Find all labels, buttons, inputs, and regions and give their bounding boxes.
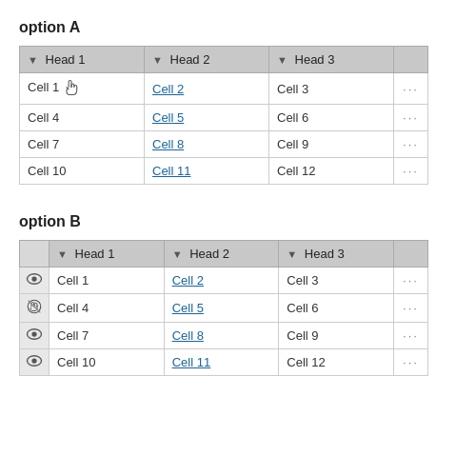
- cell-link[interactable]: Cell 5: [152, 110, 184, 125]
- actions-menu[interactable]: ···: [394, 323, 428, 349]
- option-b-cell-col3: Cell 12: [279, 349, 394, 376]
- option-a-head3[interactable]: ▼ Head 3: [269, 47, 394, 73]
- actions-menu[interactable]: ···: [394, 131, 428, 158]
- option-b-cell-col3: Cell 9: [279, 323, 394, 349]
- option-a-cell-col3: Cell 3: [269, 73, 394, 105]
- sort-arrow-1: ▼: [28, 54, 38, 66]
- svg-point-6: [31, 331, 36, 336]
- option-a-cell-col1: Cell 7: [20, 131, 145, 158]
- option-b-cell-col1: Cell 7: [50, 323, 165, 349]
- option-a-cell-col2[interactable]: Cell 2: [145, 73, 269, 105]
- option-b-section: option B ▼ Head 1 ▼ Head 2 ▼ Head 3: [19, 213, 457, 376]
- option-a-cell-col1: Cell 4: [20, 105, 145, 131]
- cell-link[interactable]: Cell 8: [152, 137, 184, 151]
- option-a-header-row: ▼ Head 1 ▼ Head 2 ▼ Head 3: [20, 47, 428, 73]
- table-row: Cell 10Cell 11Cell 12···: [20, 349, 428, 376]
- option-a-cell-col1: Cell 10: [20, 158, 145, 185]
- table-row: Cell 4Cell 5Cell 6···: [20, 105, 428, 131]
- cell-link[interactable]: Cell 2: [152, 82, 184, 96]
- cell-link[interactable]: Cell 11: [152, 164, 190, 178]
- eye-icon-cell[interactable]: [20, 349, 50, 376]
- option-a-table: ▼ Head 1 ▼ Head 2 ▼ Head 3 Cell 1 Cell 2…: [19, 46, 428, 185]
- option-a-cell-col2[interactable]: Cell 11: [145, 158, 269, 185]
- option-b-cell-col2[interactable]: Cell 8: [164, 323, 279, 349]
- option-b-cell-col2[interactable]: Cell 2: [164, 268, 279, 294]
- eye-icon-cell[interactable]: [20, 268, 50, 294]
- option-a-head1[interactable]: ▼ Head 1: [20, 47, 145, 73]
- sort-arrow-b3: ▼: [287, 248, 297, 260]
- option-a-head-actions: [394, 47, 428, 73]
- option-a-cell-col3: Cell 12: [269, 158, 394, 185]
- sort-arrow-b1: ▼: [57, 248, 68, 260]
- option-b-cell-col2[interactable]: Cell 5: [164, 294, 279, 323]
- actions-menu[interactable]: ···: [394, 349, 428, 376]
- hand-strike-icon: [26, 298, 43, 315]
- option-b-cell-col1: Cell 4: [50, 294, 165, 323]
- option-b-cell-col2[interactable]: Cell 11: [164, 349, 279, 376]
- option-b-cell-col1: Cell 1: [50, 268, 165, 294]
- option-a-cell-col2[interactable]: Cell 5: [145, 105, 269, 131]
- option-a-title: option A: [19, 19, 457, 36]
- option-a-cell-col1: Cell 1: [20, 73, 145, 105]
- option-a-cell-col3: Cell 9: [269, 131, 394, 158]
- cell-link[interactable]: Cell 11: [172, 355, 210, 369]
- option-b-head3[interactable]: ▼ Head 3: [279, 241, 394, 268]
- actions-menu[interactable]: ···: [394, 73, 428, 105]
- actions-menu[interactable]: ···: [394, 158, 428, 185]
- svg-point-2: [31, 276, 36, 281]
- option-b-title: option B: [19, 213, 457, 230]
- table-row: Cell 1 Cell 2Cell 3···: [20, 73, 428, 105]
- option-b-cell-col3: Cell 6: [279, 294, 394, 323]
- actions-menu[interactable]: ···: [394, 294, 428, 323]
- table-row: Cell 10Cell 11Cell 12···: [20, 158, 428, 185]
- option-b-table: ▼ Head 1 ▼ Head 2 ▼ Head 3 Cell 1Cell 2C…: [19, 240, 428, 376]
- option-b-icon-col-head: [20, 241, 50, 268]
- option-b-cell-col1: Cell 10: [50, 349, 165, 376]
- option-b-head1[interactable]: ▼ Head 1: [50, 241, 165, 268]
- table-row: Cell 1Cell 2Cell 3···: [20, 268, 428, 294]
- option-b-head-actions: [394, 241, 428, 268]
- eye-icon: [26, 272, 43, 286]
- cell-link[interactable]: Cell 8: [172, 328, 204, 343]
- actions-menu[interactable]: ···: [394, 105, 428, 131]
- table-row: Cell 7Cell 8Cell 9···: [20, 131, 428, 158]
- option-a-cell-col3: Cell 6: [269, 105, 394, 131]
- sort-arrow-2: ▼: [152, 54, 163, 66]
- cell-text: Cell 1: [28, 80, 59, 94]
- eye-icon-cell[interactable]: [20, 294, 50, 323]
- cell-link[interactable]: Cell 2: [172, 273, 204, 288]
- option-b-head2[interactable]: ▼ Head 2: [164, 241, 279, 268]
- option-a-head2[interactable]: ▼ Head 2: [145, 47, 269, 73]
- sort-arrow-3: ▼: [277, 54, 288, 66]
- eye-icon: [26, 354, 43, 367]
- option-b-header-row: ▼ Head 1 ▼ Head 2 ▼ Head 3: [20, 241, 428, 268]
- option-a-section: option A ▼ Head 1 ▼ Head 2 ▼ Head 3 Cell: [19, 19, 457, 185]
- sort-arrow-b2: ▼: [172, 248, 183, 260]
- svg-point-8: [31, 358, 36, 363]
- table-row: Cell 4Cell 5Cell 6···: [20, 294, 428, 323]
- eye-icon-cell[interactable]: [20, 323, 50, 349]
- option-a-cell-col2[interactable]: Cell 8: [145, 131, 269, 158]
- eye-icon: [26, 327, 43, 341]
- option-b-cell-col3: Cell 3: [279, 268, 394, 294]
- table-row: Cell 7Cell 8Cell 9···: [20, 323, 428, 349]
- hand-cursor-icon: [63, 79, 80, 98]
- actions-menu[interactable]: ···: [394, 268, 428, 294]
- cell-link[interactable]: Cell 5: [172, 301, 204, 315]
